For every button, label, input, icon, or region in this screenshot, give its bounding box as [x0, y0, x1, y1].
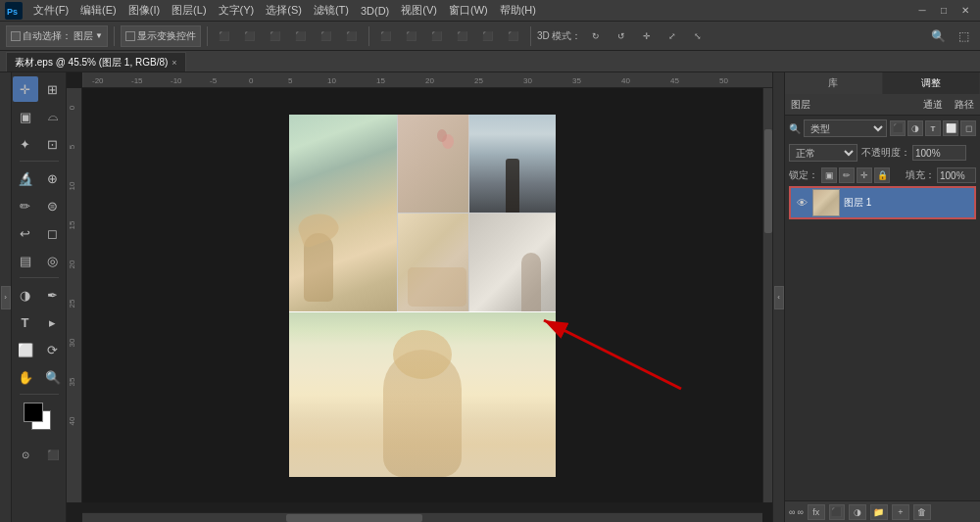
- adjustment-button[interactable]: ◑: [849, 504, 866, 520]
- filter-adjust-icon[interactable]: ◑: [907, 120, 923, 136]
- layers-panel: 🔍 类型 ⬛ ◑ T ⬜ ◻ 正常: [789, 119, 976, 219]
- text-tool[interactable]: T: [13, 309, 38, 335]
- menu-3d[interactable]: 3D(D): [355, 3, 395, 19]
- quick-select-tool[interactable]: ✦: [13, 131, 38, 157]
- opacity-value-display[interactable]: 100%: [912, 145, 966, 161]
- document-tab[interactable]: 素材.eps @ 45.5% (图层 1, RGB/8) ×: [6, 52, 186, 71]
- menu-filter[interactable]: 滤镜(T): [308, 1, 355, 20]
- eyedropper-tool[interactable]: 🔬: [13, 166, 38, 191]
- move-tool[interactable]: ✛: [13, 76, 38, 102]
- align-middle-h[interactable]: ⬛: [239, 25, 261, 47]
- screen-mode-btn[interactable]: ⬛: [40, 442, 66, 467]
- align-center-v[interactable]: ⬛: [316, 25, 337, 47]
- distribute-center[interactable]: ⬛: [477, 25, 499, 47]
- menu-layer[interactable]: 图层(L): [166, 1, 212, 20]
- layer-label: 图层: [74, 29, 93, 43]
- path-select-tool[interactable]: ▸: [40, 309, 66, 335]
- lock-transparent-btn[interactable]: ▣: [821, 167, 837, 183]
- delete-layer-button[interactable]: 🗑: [913, 504, 931, 520]
- rotate-view[interactable]: ⟳: [40, 337, 66, 362]
- 3d-roll[interactable]: ↺: [611, 25, 632, 47]
- fill-value-display[interactable]: 100%: [937, 167, 976, 183]
- distribute-middle[interactable]: ⬛: [401, 25, 422, 47]
- maximize-button[interactable]: □: [933, 0, 955, 22]
- pen-tool[interactable]: ✒: [40, 282, 66, 308]
- menu-file[interactable]: 文件(F): [27, 1, 74, 20]
- move-tool-options[interactable]: 自动选择： 图层 ▼: [6, 25, 108, 47]
- menu-help[interactable]: 帮助(H): [494, 1, 542, 20]
- align-bottom[interactable]: ⬛: [265, 25, 286, 47]
- foreground-color-swatch[interactable]: [24, 403, 43, 422]
- history-brush[interactable]: ↩: [13, 220, 38, 246]
- filter-type-select[interactable]: 类型: [804, 119, 887, 137]
- layer-visibility-toggle[interactable]: 👁: [795, 196, 808, 210]
- panel-tab-library[interactable]: 库: [785, 72, 883, 94]
- channels-label[interactable]: 通道: [917, 98, 949, 112]
- menu-text[interactable]: 文字(Y): [213, 1, 261, 20]
- lasso-tool[interactable]: ⌓: [40, 104, 66, 129]
- mask-button[interactable]: ⬛: [829, 504, 845, 520]
- new-layer-button[interactable]: +: [892, 504, 909, 520]
- 3d-scale[interactable]: ⤡: [687, 25, 709, 47]
- h-scrollbar[interactable]: [82, 512, 762, 522]
- 3d-rotate[interactable]: ↻: [585, 25, 607, 47]
- show-controls-btn[interactable]: 显示变换控件: [121, 25, 201, 47]
- quick-mask-btn[interactable]: ⊙: [13, 442, 38, 467]
- canvas-viewport[interactable]: [82, 88, 762, 502]
- clone-tool[interactable]: ⊜: [40, 193, 66, 218]
- lock-all-btn[interactable]: 🔒: [874, 167, 890, 183]
- close-button[interactable]: ✕: [955, 0, 976, 22]
- panel-toggle-btn[interactable]: ›: [1, 286, 11, 309]
- marquee-tool[interactable]: ▣: [13, 104, 38, 129]
- menu-image[interactable]: 图像(I): [122, 1, 166, 20]
- brush-tool[interactable]: ✏: [13, 193, 38, 218]
- shape-tool[interactable]: ⬜: [13, 337, 38, 362]
- align-top[interactable]: ⬛: [214, 25, 235, 47]
- menu-edit[interactable]: 编辑(E): [74, 1, 122, 20]
- zoom-tool[interactable]: 🔍: [40, 364, 66, 390]
- lock-position-btn[interactable]: ✛: [857, 167, 872, 183]
- blend-mode-select[interactable]: 正常: [789, 144, 858, 162]
- paths-label[interactable]: 路径: [949, 98, 980, 112]
- tab-close-btn[interactable]: ×: [172, 58, 176, 68]
- 3d-slide[interactable]: ⤢: [662, 25, 683, 47]
- layer-item-1[interactable]: 👁 图层 1: [789, 186, 976, 219]
- healing-tool[interactable]: ⊕: [40, 166, 66, 191]
- eraser-tool[interactable]: ◻: [40, 220, 66, 246]
- minimize-button[interactable]: ─: [911, 0, 933, 22]
- v-scrollbar[interactable]: [762, 88, 772, 502]
- fx-button[interactable]: fx: [808, 504, 825, 520]
- blur-tool[interactable]: ◎: [40, 248, 66, 273]
- lock-icons: ▣ ✏ ✛ 🔒: [821, 167, 890, 183]
- dropdown-icon[interactable]: ▼: [95, 31, 103, 40]
- gradient-tool[interactable]: ▤: [13, 248, 38, 273]
- distribute-right[interactable]: ⬛: [503, 25, 524, 47]
- distribute-left[interactable]: ⬛: [452, 25, 473, 47]
- menu-window[interactable]: 窗口(W): [443, 1, 494, 20]
- filter-text-icon[interactable]: T: [925, 120, 941, 136]
- artboard-tool[interactable]: ⊞: [40, 76, 66, 102]
- filter-shape-icon[interactable]: ⬜: [943, 120, 958, 136]
- align-right[interactable]: ⬛: [341, 25, 363, 47]
- distribute-top[interactable]: ⬛: [375, 25, 397, 47]
- right-panel-toggle[interactable]: ‹: [774, 286, 784, 309]
- lock-paint-btn[interactable]: ✏: [839, 167, 855, 183]
- distribute-bottom[interactable]: ⬛: [426, 25, 448, 47]
- align-left[interactable]: ⬛: [290, 25, 312, 47]
- panel-tab-adjustments[interactable]: 调整: [883, 72, 981, 94]
- svg-text:25: 25: [474, 76, 483, 85]
- search-button[interactable]: 🔍: [927, 25, 949, 47]
- hand-tool[interactable]: ✋: [13, 364, 38, 390]
- checkbox-auto-select[interactable]: [11, 31, 21, 41]
- crop-tool[interactable]: ⊡: [40, 131, 66, 157]
- filter-smart-icon[interactable]: ◻: [960, 120, 976, 136]
- svg-text:40: 40: [68, 416, 76, 425]
- filter-pixel-icon[interactable]: ⬛: [890, 120, 906, 136]
- 3d-pan[interactable]: ✛: [636, 25, 658, 47]
- dodge-tool[interactable]: ◑: [13, 282, 38, 308]
- window-panels-button[interactable]: ⬚: [953, 25, 974, 47]
- menu-select[interactable]: 选择(S): [260, 1, 308, 20]
- menu-view[interactable]: 视图(V): [395, 1, 443, 20]
- main-area: › ✛ ⊞ ▣ ⌓ ✦ ⊡ 🔬 ⊕ ✏ ⊜ ↩ ◻ ▤ ◎: [0, 72, 980, 522]
- group-button[interactable]: 📁: [870, 504, 888, 520]
